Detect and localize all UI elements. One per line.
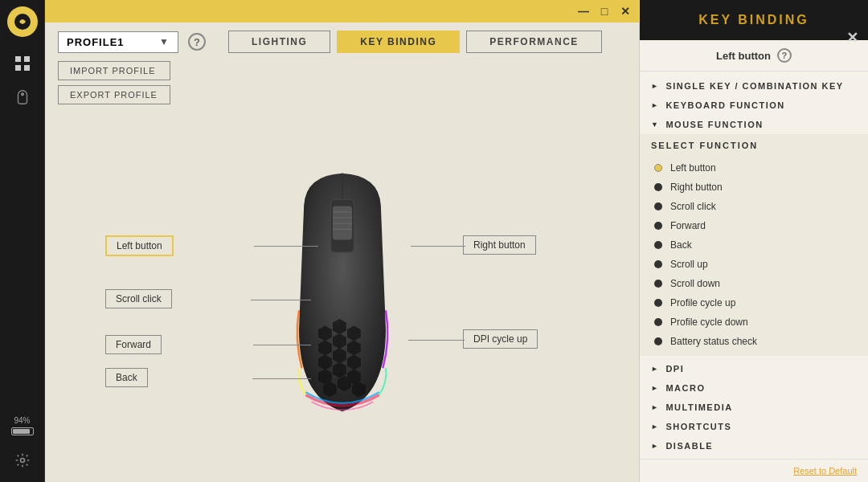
toolbar: PROFILE1 ▼ ? LIGHTING KEY BINDING PERFOR… <box>45 22 639 61</box>
titlebar: — □ ✕ <box>45 0 639 22</box>
battery-percent: 94% <box>14 416 30 425</box>
minimize-button[interactable]: — <box>576 4 591 18</box>
profile-dropdown[interactable]: PROFILE1 ▼ <box>58 31 178 53</box>
function-dot <box>654 337 662 345</box>
select-function-label: SELECT FUNCTION <box>640 134 868 153</box>
panel-subtitle-text: Left button <box>716 50 771 62</box>
section-multimedia[interactable]: ► MULTIMEDIA <box>640 398 868 417</box>
svg-rect-4 <box>24 65 30 71</box>
sidebar-device-icon[interactable] <box>7 82 38 112</box>
function-item-profile-cycle-down[interactable]: Profile cycle down <box>640 312 868 332</box>
section-keyboard-function[interactable]: ► KEYBOARD FUNCTION <box>640 96 868 115</box>
section-disable[interactable]: ► DISABLE <box>640 436 868 455</box>
main-content: — □ ✕ PROFILE1 ▼ ? LIGHTING KEY BINDING … <box>45 0 639 482</box>
function-dot <box>654 260 662 268</box>
connector-back <box>252 378 311 379</box>
section-single-key[interactable]: ► SINGLE KEY / COMBINATION KEY <box>640 76 868 96</box>
function-dot <box>654 202 662 210</box>
close-button[interactable]: ✕ <box>618 4 633 18</box>
import-profile-button[interactable]: IMPORT PROFILE <box>58 61 170 80</box>
function-item-scroll-down[interactable]: Scroll down <box>640 274 868 293</box>
function-item-profile-cycle-up[interactable]: Profile cycle up <box>640 293 868 312</box>
sidebar: 94% <box>0 0 45 482</box>
export-profile-button[interactable]: EXPORT PROFILE <box>58 85 170 104</box>
battery-indicator: 94% <box>11 416 34 435</box>
mouse-label-left-button[interactable]: Left button <box>105 235 174 256</box>
mouse-area: Left button Scroll click Forward Back Ri… <box>45 111 639 482</box>
mouse-label-scroll-click[interactable]: Scroll click <box>105 289 172 308</box>
sidebar-grid-icon[interactable] <box>7 48 38 79</box>
function-item-left-button[interactable]: Left button <box>640 158 868 178</box>
right-panel: KEY BINDING Left button ? ✕ ► SINGLE KEY… <box>639 0 868 482</box>
tab-key-binding[interactable]: KEY BINDING <box>337 31 460 53</box>
function-dot <box>654 183 662 191</box>
connector-left <box>254 246 318 247</box>
panel-help-icon[interactable]: ? <box>777 48 792 63</box>
section-arrow: ► <box>651 82 659 90</box>
section-arrow: ▼ <box>651 120 659 129</box>
section-arrow: ► <box>651 403 659 411</box>
panel-footer: Reset to Default <box>640 459 868 482</box>
connector-forward <box>253 345 311 345</box>
svg-point-5 <box>21 93 23 96</box>
section-arrow: ► <box>651 423 659 431</box>
section-dpi[interactable]: ► DPI <box>640 359 868 378</box>
tab-lighting[interactable]: LIGHTING <box>228 31 330 53</box>
mouse-label-back[interactable]: Back <box>105 368 148 387</box>
panel-subtitle: Left button ? <box>640 40 868 71</box>
profile-dropdown-arrow: ▼ <box>159 36 170 47</box>
function-item-forward[interactable]: Forward <box>640 216 868 235</box>
tab-performance[interactable]: PERFORMANCE <box>466 31 602 53</box>
mouse-label-right-button[interactable]: Right button <box>463 235 536 255</box>
panel-body: ► SINGLE KEY / COMBINATION KEY ► KEYBOAR… <box>640 71 868 459</box>
section-mouse-function[interactable]: ▼ MOUSE FUNCTION <box>640 115 868 134</box>
reset-to-default-link[interactable]: Reset to Default <box>793 466 857 476</box>
svg-rect-2 <box>24 56 30 62</box>
function-item-back[interactable]: Back <box>640 235 868 255</box>
function-list: Left button Right button Scroll click Fo… <box>640 153 868 356</box>
profile-label: PROFILE1 <box>67 36 125 48</box>
mouse-label-dpi-cycle[interactable]: DPI cycle up <box>463 329 538 349</box>
settings-icon[interactable] <box>7 445 38 476</box>
connector-right <box>411 246 465 247</box>
function-dot <box>654 299 662 307</box>
mouse-label-forward[interactable]: Forward <box>105 335 162 354</box>
connector-dpi <box>408 340 465 341</box>
app-logo <box>7 6 38 37</box>
function-item-scroll-click[interactable]: Scroll click <box>640 197 868 216</box>
svg-point-6 <box>20 459 24 463</box>
connector-scroll <box>251 300 311 300</box>
function-item-battery-status[interactable]: Battery status check <box>640 332 868 351</box>
section-arrow: ► <box>651 365 659 373</box>
function-dot <box>654 222 662 230</box>
function-dot <box>654 318 662 326</box>
section-macro[interactable]: ► MACRO <box>640 378 868 398</box>
function-item-scroll-up[interactable]: Scroll up <box>640 255 868 274</box>
battery-fill <box>13 429 31 434</box>
section-arrow: ► <box>651 384 659 392</box>
function-item-right-button[interactable]: Right button <box>640 178 868 197</box>
help-icon[interactable]: ? <box>188 33 206 51</box>
maximize-button[interactable]: □ <box>597 4 612 18</box>
svg-rect-1 <box>15 56 21 62</box>
profile-buttons: IMPORT PROFILE EXPORT PROFILE <box>45 61 639 111</box>
function-dot <box>654 280 662 288</box>
panel-header: KEY BINDING <box>640 0 868 40</box>
mouse-diagram <box>246 154 439 427</box>
battery-bar <box>11 427 34 435</box>
nav-tabs: LIGHTING KEY BINDING PERFORMANCE <box>228 31 602 53</box>
function-dot <box>654 164 662 172</box>
panel-close-button[interactable]: ✕ <box>846 29 858 47</box>
section-arrow: ► <box>651 442 659 450</box>
section-shortcuts[interactable]: ► SHORTCUTS <box>640 417 868 436</box>
function-dot <box>654 241 662 249</box>
section-arrow: ► <box>651 101 659 109</box>
svg-rect-3 <box>15 65 21 71</box>
